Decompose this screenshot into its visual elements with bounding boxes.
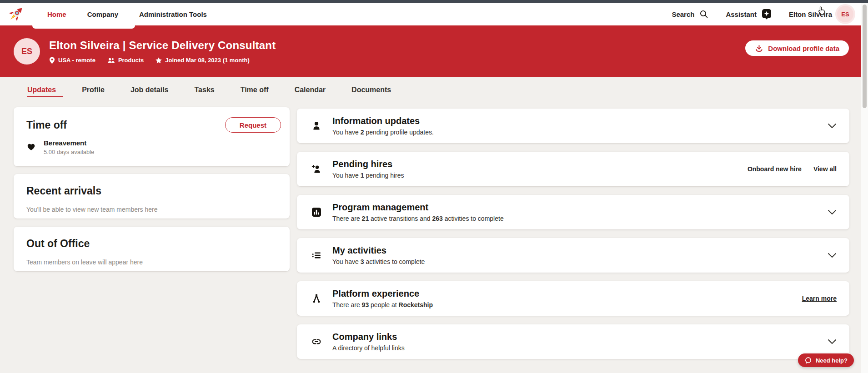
time-off-title: Time off — [26, 119, 67, 131]
company-links-card[interactable]: Company links A directory of helpful lin… — [297, 324, 849, 359]
star-icon — [156, 57, 162, 64]
header-notch — [32, 25, 135, 29]
card-title: My activities — [332, 245, 425, 256]
recent-arrivals-title: Recent arrivals — [26, 185, 277, 197]
card-subtitle: You have 1 pending hires — [332, 172, 404, 179]
out-of-office-description: Team members on leave will appear here — [26, 259, 277, 266]
top-navbar: Home Company Administration Tools Search… — [0, 3, 868, 25]
out-of-office-card: Out of Office Team members on leave will… — [14, 227, 290, 271]
chat-bubble-icon — [804, 357, 812, 364]
bar-chart-icon — [311, 207, 322, 218]
card-title: Pending hires — [332, 159, 404, 169]
meta-team: Products — [107, 57, 144, 64]
profile-header: ES Elton Silveira | Service Delivery Con… — [0, 25, 868, 77]
list-icon — [311, 250, 322, 261]
search-label: Search — [672, 10, 694, 18]
tab-calendar[interactable]: Calendar — [295, 86, 326, 94]
scrollbar-thumb[interactable] — [863, 5, 867, 108]
search-icon — [699, 10, 708, 19]
card-subtitle: You have 3 activities to complete — [332, 258, 425, 265]
tab-time-off[interactable]: Time off — [241, 86, 269, 94]
recent-arrivals-description: You'll be able to view new team members … — [26, 206, 277, 213]
download-icon — [755, 44, 763, 53]
request-time-off-button[interactable]: Request — [225, 117, 281, 133]
search-button[interactable]: Search — [672, 10, 708, 19]
view-all-link[interactable]: View all — [813, 165, 837, 173]
tab-documents[interactable]: Documents — [351, 86, 391, 94]
card-subtitle: There are 93 people at Rocketship — [332, 301, 433, 308]
user-menu[interactable]: Elton Silveira ES — [789, 6, 853, 22]
primary-nav: Home Company Administration Tools — [47, 10, 207, 18]
time-off-entry: Bereavement 5.00 days available — [26, 139, 281, 155]
download-profile-data-button[interactable]: Download profile data — [745, 40, 849, 56]
right-column: Information updates You have 2 pending p… — [297, 109, 849, 368]
left-column: Time off Request Bereavement 5.00 days a… — [14, 107, 290, 279]
out-of-office-title: Out of Office — [26, 238, 277, 250]
person-add-icon — [311, 164, 322, 174]
tab-job-details[interactable]: Job details — [130, 86, 169, 94]
program-management-card[interactable]: Program management There are 21 active t… — [297, 195, 849, 229]
tab-profile[interactable]: Profile — [82, 86, 105, 94]
assistant-sparkle-icon — [762, 9, 772, 20]
rocketship-logo-icon[interactable] — [6, 5, 25, 24]
pending-hires-card[interactable]: Pending hires You have 1 pending hires O… — [297, 152, 849, 186]
link-icon — [311, 336, 322, 347]
profile-meta: USA - remote Products — [49, 57, 276, 64]
recent-arrivals-card: Recent arrivals You'll be able to view n… — [14, 174, 290, 219]
chevron-down-icon[interactable] — [828, 339, 837, 344]
people-icon — [107, 57, 115, 64]
nav-item-administration-tools[interactable]: Administration Tools — [139, 10, 207, 18]
location-pin-icon — [49, 57, 55, 64]
platform-experience-card[interactable]: Platform experience There are 93 people … — [297, 281, 849, 316]
assistant-label: Assistant — [726, 10, 757, 18]
assistant-button[interactable]: Assistant — [726, 9, 772, 20]
chevron-down-icon[interactable] — [828, 123, 837, 129]
meta-location: USA - remote — [49, 57, 95, 64]
meta-joined: Joined Mar 08, 2023 (1 month) — [156, 57, 250, 64]
card-subtitle: A directory of helpful links — [332, 344, 405, 352]
card-title: Platform experience — [332, 288, 433, 299]
page-title: Elton Silveira | Service Delivery Consul… — [49, 39, 276, 52]
card-subtitle: You have 2 pending profile updates. — [332, 129, 434, 136]
navbar-right: Search Assistant Elton Silveira ES — [672, 6, 853, 22]
profile-tabs: Updates Profile Job details Tasks Time o… — [27, 86, 391, 94]
card-title: Company links — [332, 332, 405, 342]
profile-avatar: ES — [14, 38, 40, 65]
person-icon — [311, 120, 322, 131]
card-title: Information updates — [332, 116, 434, 126]
my-activities-card[interactable]: My activities You have 3 activities to c… — [297, 238, 849, 273]
branch-icon — [311, 293, 322, 304]
heart-icon — [27, 144, 35, 151]
card-subtitle: There are 21 active transitions and 263 … — [332, 215, 504, 222]
nav-item-home[interactable]: Home — [47, 10, 66, 18]
chevron-down-icon[interactable] — [828, 209, 837, 215]
tab-updates[interactable]: Updates — [27, 86, 56, 94]
hr-dashboard: Home Company Administration Tools Search… — [0, 0, 868, 373]
information-updates-card[interactable]: Information updates You have 2 pending p… — [297, 109, 849, 143]
avatar: ES — [837, 6, 853, 22]
user-name: Elton Silveira — [789, 10, 832, 18]
onboard-new-hire-link[interactable]: Onboard new hire — [748, 165, 802, 173]
time-off-card: Time off Request Bereavement 5.00 days a… — [14, 107, 290, 166]
time-off-policy-balance: 5.00 days available — [44, 149, 94, 155]
learn-more-link[interactable]: Learn more — [802, 295, 837, 302]
tab-tasks[interactable]: Tasks — [195, 86, 215, 94]
need-help-button[interactable]: Need help? — [798, 353, 854, 367]
card-title: Program management — [332, 202, 504, 213]
time-off-policy-name: Bereavement — [44, 139, 94, 147]
nav-item-company[interactable]: Company — [87, 10, 118, 18]
scrollbar-track[interactable] — [861, 3, 868, 373]
chevron-down-icon[interactable] — [828, 253, 837, 258]
